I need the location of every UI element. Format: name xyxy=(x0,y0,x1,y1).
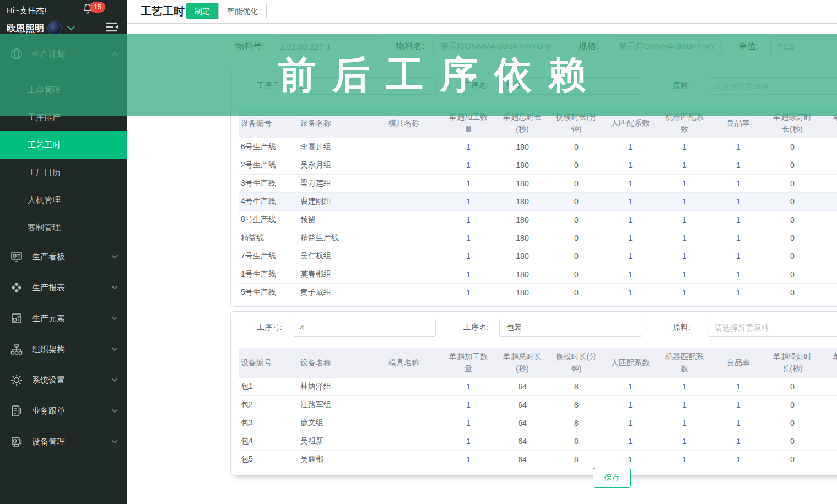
table-cell: 1 xyxy=(657,156,711,175)
material-name-input[interactable] xyxy=(433,36,563,56)
table-row[interactable]: 包2江路军组16481110 xyxy=(239,396,837,414)
table-row[interactable]: 4号生产线曹建刚组118001110 xyxy=(239,193,837,211)
table-cell xyxy=(819,193,837,211)
process-no-label: 工序号: xyxy=(257,323,284,333)
chevron-down-icon xyxy=(111,254,118,259)
raw-material-label: 原料: xyxy=(673,323,700,333)
table-cell: 8号生产线 xyxy=(239,211,298,229)
sidebar-item-production-plan[interactable]: 生产计划 xyxy=(0,39,127,69)
table-row[interactable]: 包3庞文组16481110 xyxy=(239,414,837,432)
table-row[interactable]: 7号生产线吴仁权组118001110 xyxy=(239,247,837,265)
table-cell: 0 xyxy=(549,247,603,265)
table-cell: 包3 xyxy=(239,414,298,432)
table-cell: 1 xyxy=(711,138,765,156)
raw-material-select[interactable] xyxy=(708,77,837,95)
table-row[interactable]: 1号生产线莫春郴组118001110 xyxy=(239,265,837,284)
table-cell xyxy=(819,211,837,229)
table-cell: 庞文组 xyxy=(298,414,386,432)
table-cell xyxy=(819,138,837,156)
sidebar-item-org-structure[interactable]: 组织架构 xyxy=(0,334,127,365)
sidebar-collapse-icon[interactable] xyxy=(105,21,119,33)
column-header: 良品率 xyxy=(711,108,765,138)
company-chevron-down-icon[interactable] xyxy=(67,26,75,31)
material-no-input[interactable] xyxy=(273,36,384,56)
spec-input[interactable] xyxy=(612,36,722,56)
sidebar-item-production-elements[interactable]: 生产元素 xyxy=(0,303,127,334)
table-cell xyxy=(386,156,441,175)
table-cell: 1 xyxy=(603,211,657,229)
table-cell: 8 xyxy=(549,414,603,432)
process-search-row: 工序号: 工序名: 原料: xyxy=(231,319,837,337)
table-cell xyxy=(386,193,441,211)
tab-formulate[interactable]: 制定 xyxy=(186,3,218,19)
table-row[interactable]: 包5吴耀郴16481110 xyxy=(239,451,837,469)
table-row[interactable]: 包1林炳泽组16481110 xyxy=(239,378,837,396)
table-cell: 1 xyxy=(603,284,657,302)
raw-material-select[interactable] xyxy=(708,319,837,337)
table-cell: 1号生产线 xyxy=(239,265,298,284)
column-header: 换模时长(分钟) xyxy=(549,348,603,378)
table-cell: 1 xyxy=(603,265,657,284)
process-no-input[interactable] xyxy=(293,77,436,95)
table-cell: 0 xyxy=(549,265,603,284)
process-no-input[interactable] xyxy=(293,319,436,337)
sidebar: Hi~支伟杰! 15 欧恩照明 xyxy=(0,0,127,504)
org-chart-icon xyxy=(10,343,23,356)
table-cell xyxy=(819,396,837,414)
table-cell: 江路军组 xyxy=(298,396,386,414)
sidebar-subitem-process-scheduling[interactable]: 工序排产 xyxy=(0,104,127,131)
tab-smart-optimize[interactable]: 智能优化 xyxy=(218,3,266,19)
column-header: 模具名称 xyxy=(386,348,441,378)
table-cell: 林炳泽组 xyxy=(298,378,386,396)
sidebar-item-business-order[interactable]: 业务跟单 xyxy=(0,395,127,426)
table-header-row: 设备编号设备名称模具名称单趟加工数量单趟总时长(秒)换模时长(分钟)人匹配系数机… xyxy=(239,108,837,138)
save-button[interactable]: 保存 xyxy=(593,468,631,488)
table-cell: 1 xyxy=(657,396,711,414)
table-row[interactable]: 8号生产线预留118001110 xyxy=(239,211,837,229)
table-row[interactable]: 2号生产线吴永月组118001110 xyxy=(239,156,837,175)
notification-count-badge[interactable]: 15 xyxy=(90,2,105,13)
table-cell: 0 xyxy=(765,229,819,247)
table-cell: 0 xyxy=(765,211,819,229)
sidebar-subitem-man-machine[interactable]: 人机管理 xyxy=(0,186,127,214)
table-row[interactable]: 3号生产线梁万莲组118001110 xyxy=(239,175,837,193)
sidebar-subitem-work-order[interactable]: 工单管理 xyxy=(0,76,127,104)
device-icon xyxy=(10,435,23,448)
table-row[interactable]: 6号生产线李喜莲组118001110 xyxy=(239,138,837,156)
table-row[interactable]: 包4吴祖新16481110 xyxy=(239,432,837,451)
column-header: 单趟黄灯时长(秒) xyxy=(819,348,837,378)
sidebar-subitem-factory-calendar[interactable]: 工厂日历 xyxy=(0,159,127,186)
table-cell: 1 xyxy=(657,451,711,469)
table-row[interactable]: 精益线精益生产线118001110 xyxy=(239,229,837,247)
table-cell: 8 xyxy=(549,432,603,451)
table-cell: 1 xyxy=(711,229,765,247)
company-avatar[interactable] xyxy=(47,21,62,35)
column-header: 模具名称 xyxy=(386,108,441,138)
column-header: 换模时长(分钟) xyxy=(549,108,603,138)
process-name-input[interactable] xyxy=(499,319,642,337)
sidebar-item-production-kanban[interactable]: 生产看板 xyxy=(0,241,127,272)
sidebar-item-system-settings[interactable]: 系统设置 xyxy=(0,365,127,395)
sidebar-item-device-management[interactable]: 设备管理 xyxy=(0,426,127,457)
table-cell: 64 xyxy=(495,396,549,414)
table-cell: 1 xyxy=(603,138,657,156)
chevron-down-icon xyxy=(111,285,118,290)
table-cell xyxy=(386,432,441,451)
sidebar-item-label: 业务跟单 xyxy=(32,406,111,416)
table-cell: 1 xyxy=(603,396,657,414)
column-header: 单趟加工数量 xyxy=(441,108,495,138)
process-name-input[interactable] xyxy=(499,77,642,95)
table-cell: 3号生产线 xyxy=(239,175,298,193)
table-cell: 1 xyxy=(441,265,495,284)
table-cell xyxy=(819,156,837,175)
unit-input[interactable] xyxy=(770,36,837,56)
sidebar-item-production-report[interactable]: 生产报表 xyxy=(0,272,127,303)
table-cell: 0 xyxy=(765,432,819,451)
sidebar-subitem-process-hours[interactable]: 工艺工时 xyxy=(0,131,127,159)
table-cell: 包4 xyxy=(239,432,298,451)
table-row[interactable]: 5号生产线黄子威组118001110 xyxy=(239,284,837,302)
column-header: 单趟总时长(秒) xyxy=(495,348,549,378)
sidebar-subitem-custom-mgmt[interactable]: 客制管理 xyxy=(0,214,127,241)
table-cell: 64 xyxy=(495,414,549,432)
element-icon xyxy=(10,312,23,325)
